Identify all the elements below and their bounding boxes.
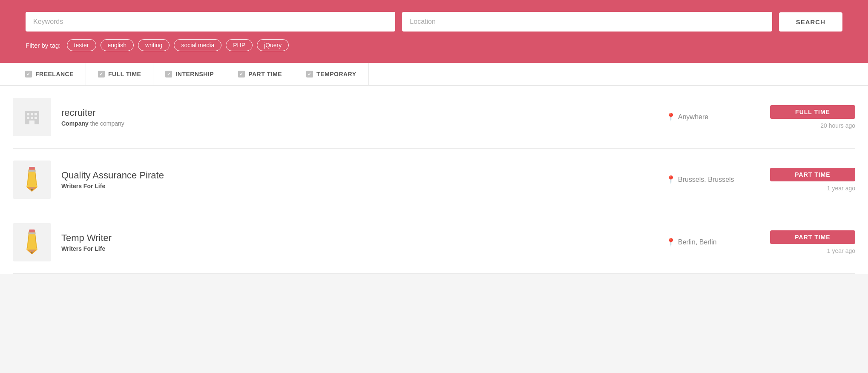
job-title: recruiter	[61, 107, 656, 118]
filter-tab[interactable]: ✓INTERNSHIP	[153, 63, 226, 85]
job-icon	[13, 223, 51, 261]
pencil-svg	[19, 167, 45, 192]
filter-tab-label: TEMPORARY	[316, 71, 356, 77]
pencil-svg	[19, 230, 45, 255]
svg-rect-10	[29, 167, 35, 170]
filter-by-tag-label: Filter by tag:	[26, 42, 61, 49]
filter-tab[interactable]: ✓FULL TIME	[86, 63, 153, 85]
job-list: recruiterCompany the company📍AnywhereFUL…	[0, 86, 868, 274]
job-location: 📍Berlin, Berlin	[666, 238, 760, 247]
svg-rect-5	[31, 117, 33, 119]
tag-pill[interactable]: jQuery	[257, 39, 289, 51]
svg-rect-18	[29, 230, 35, 232]
filter-tab[interactable]: ✓PART TIME	[226, 63, 294, 85]
job-type-badge: FULL TIME	[770, 105, 855, 119]
filter-tab[interactable]: ✓FREELANCE	[13, 63, 86, 85]
job-meta: PART TIME1 year ago	[770, 168, 855, 192]
job-icon	[13, 161, 51, 199]
tag-pill[interactable]: english	[101, 39, 134, 51]
checkbox-icon: ✓	[306, 71, 313, 77]
checkbox-icon: ✓	[238, 71, 245, 77]
job-item[interactable]: Temp WriterWriters For Life📍Berlin, Berl…	[13, 211, 855, 274]
filter-tabs: ✓FREELANCE✓FULL TIME✓INTERNSHIP✓PART TIM…	[0, 63, 868, 86]
job-time-ago: 1 year ago	[827, 185, 855, 192]
job-item[interactable]: recruiterCompany the company📍AnywhereFUL…	[13, 86, 855, 149]
tag-pill[interactable]: PHP	[226, 39, 253, 51]
job-company: Company the company	[61, 120, 656, 127]
job-icon	[13, 98, 51, 136]
job-time-ago: 1 year ago	[827, 247, 855, 254]
filter-tags-row: Filter by tag: testerenglishwritingsocia…	[26, 39, 842, 51]
job-type-badge: PART TIME	[770, 230, 855, 244]
job-title: Temp Writer	[61, 232, 656, 244]
location-pin-icon: 📍	[666, 112, 675, 122]
job-company: Writers For Life	[61, 245, 656, 252]
job-info: recruiterCompany the company	[61, 107, 656, 127]
job-info: Temp WriterWriters For Life	[61, 232, 656, 252]
location-text: Anywhere	[678, 113, 708, 121]
svg-rect-7	[29, 121, 34, 124]
job-time-ago: 20 hours ago	[820, 122, 855, 129]
checkbox-icon: ✓	[165, 71, 172, 77]
svg-rect-11	[28, 170, 35, 172]
main-content: ✓FREELANCE✓FULL TIME✓INTERNSHIP✓PART TIM…	[0, 63, 868, 274]
job-title: Quality Assurance Pirate	[61, 170, 656, 181]
location-input[interactable]	[402, 12, 772, 32]
job-meta: PART TIME1 year ago	[770, 230, 855, 254]
job-type-badge: PART TIME	[770, 168, 855, 181]
location-pin-icon: 📍	[666, 238, 675, 247]
tag-pill[interactable]: social media	[174, 39, 221, 51]
tag-pill[interactable]: writing	[138, 39, 170, 51]
svg-rect-6	[34, 117, 37, 119]
filter-tab-label: INTERNSHIP	[175, 71, 214, 77]
job-location: 📍Anywhere	[666, 112, 760, 122]
svg-rect-1	[27, 113, 29, 115]
job-location: 📍Brussels, Brussels	[666, 175, 760, 184]
location-pin-icon: 📍	[666, 175, 675, 184]
location-text: Brussels, Brussels	[678, 176, 734, 184]
filter-tab-label: FULL TIME	[108, 71, 141, 77]
svg-rect-3	[34, 113, 37, 115]
job-info: Quality Assurance PirateWriters For Life	[61, 170, 656, 189]
location-text: Berlin, Berlin	[678, 238, 717, 246]
svg-rect-2	[31, 113, 33, 115]
building-svg	[21, 106, 43, 128]
checkbox-icon: ✓	[98, 71, 105, 77]
keywords-input[interactable]	[26, 12, 395, 32]
tag-pill[interactable]: tester	[67, 39, 96, 51]
filter-tab-label: FREELANCE	[35, 71, 74, 77]
svg-rect-4	[27, 117, 29, 119]
svg-rect-19	[28, 232, 35, 234]
checkbox-icon: ✓	[25, 71, 32, 77]
filter-tab[interactable]: ✓TEMPORARY	[294, 63, 368, 85]
job-meta: FULL TIME20 hours ago	[770, 105, 855, 129]
search-button[interactable]: SEARCH	[779, 12, 842, 32]
header-section: SEARCH Filter by tag: testerenglishwriti…	[0, 0, 868, 63]
search-row: SEARCH	[26, 12, 842, 32]
job-item[interactable]: Quality Assurance PirateWriters For Life…	[13, 149, 855, 211]
filter-tab-label: PART TIME	[248, 71, 282, 77]
job-company: Writers For Life	[61, 183, 656, 189]
